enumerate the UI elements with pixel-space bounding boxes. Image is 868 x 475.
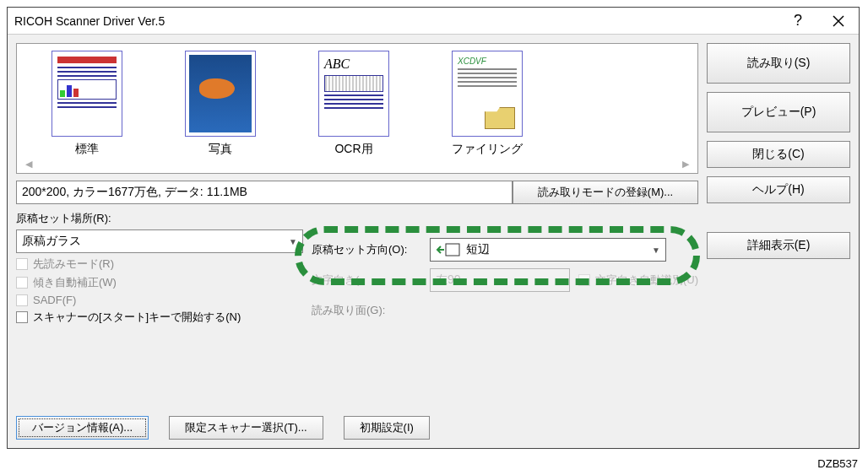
sadf-checkbox: SADF(F) <box>16 294 303 306</box>
original-location-label: 原稿セット場所(R): <box>16 211 303 226</box>
mode-filing[interactable]: XCDVF ファイリング <box>432 51 542 157</box>
mode-standard[interactable]: 標準 <box>32 51 142 157</box>
chevron-down-icon: ▼ <box>556 276 564 285</box>
mode-standard-icon <box>52 51 122 137</box>
mode-label: 標準 <box>75 142 99 157</box>
help-icon[interactable]: ? <box>778 8 818 35</box>
scan-mode-list: 標準 写真 ABC <box>16 43 698 174</box>
mode-photo-icon <box>185 51 256 137</box>
scan-info-status: 200*200, カラー1677万色, データ: 11.1MB <box>16 181 513 204</box>
auto-text-orient-checkbox: 文字向き自動識別(U) <box>578 273 698 288</box>
short-edge-icon <box>436 241 461 258</box>
mode-label: ファイリング <box>452 142 523 157</box>
scroll-right-icon: ▶ <box>682 159 689 170</box>
scroll-left-icon: ◀ <box>25 159 32 170</box>
window-title: RICOH Scanner Driver Ver.5 <box>14 14 165 28</box>
orientation-select[interactable]: 短辺 ▼ <box>430 238 666 262</box>
scanner-driver-dialog: RICOH Scanner Driver Ver.5 ? <box>7 7 860 449</box>
mode-ocr-icon: ABC <box>318 51 389 137</box>
orientation-value: 短辺 <box>466 242 490 257</box>
preread-mode-checkbox: 先読みモード(R) <box>16 256 303 272</box>
auto-deskew-checkbox: 傾き自動補正(W) <box>16 275 303 290</box>
help-button[interactable]: ヘルプ(H) <box>707 176 850 203</box>
title-bar: RICOH Scanner Driver Ver.5 ? <box>8 8 859 35</box>
original-location-select[interactable]: 原稿ガラス ▼ <box>16 229 303 253</box>
mode-ocr[interactable]: ABC OCR用 <box>299 51 409 157</box>
limited-scanner-button[interactable]: 限定スキャナー選択(T)... <box>169 416 323 440</box>
mode-filing-icon: XCDVF <box>452 51 523 137</box>
svg-rect-2 <box>446 244 459 256</box>
scan-button[interactable]: 読み取り(S) <box>707 43 850 84</box>
defaults-button[interactable]: 初期設定(I) <box>344 416 430 440</box>
close-button[interactable]: 閉じる(C) <box>707 141 850 168</box>
mode-photo[interactable]: 写真 <box>165 51 275 157</box>
start-key-checkbox[interactable]: スキャナーの[スタート]キーで開始する(N) <box>16 310 303 325</box>
orientation-label: 原稿セット方向(O): <box>312 242 421 257</box>
close-icon[interactable] <box>818 8 859 35</box>
mode-label: OCR用 <box>334 142 372 157</box>
text-direction-label: 文字向き( <box>312 273 421 288</box>
chevron-down-icon: ▼ <box>289 237 297 246</box>
figure-id: DZB537 <box>817 457 858 470</box>
mode-label: 写真 <box>209 142 232 157</box>
preview-button[interactable]: プレビュー(P) <box>707 92 850 132</box>
mode-scrollbar[interactable]: ◀ ▶ <box>22 157 692 170</box>
scan-side-label: 読み取り面(G): <box>312 303 421 318</box>
original-location-value: 原稿ガラス <box>22 234 81 249</box>
version-info-button[interactable]: バージョン情報(A)... <box>16 416 149 440</box>
text-direction-select: 左90 ▼ <box>430 268 570 292</box>
details-button[interactable]: 詳細表示(E) <box>707 232 850 259</box>
register-mode-button[interactable]: 読み取りモードの登録(M)... <box>513 181 698 204</box>
chevron-down-icon: ▼ <box>652 246 660 255</box>
